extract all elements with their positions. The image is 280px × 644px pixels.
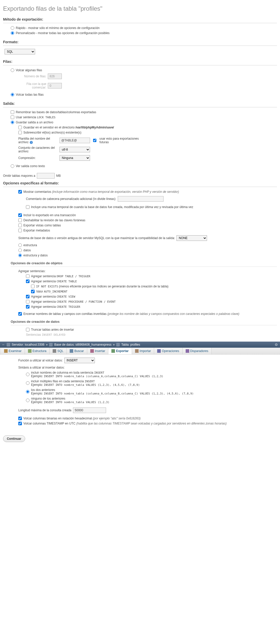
oc-ifne-checkbox[interactable] [31,285,35,288]
do-opt2-radio[interactable] [26,381,30,385]
output-header: Salida: [3,101,277,107]
oc-addstmt-label: Agregar sentencias: [18,269,46,273]
dc-truncate-checkbox[interactable] [26,328,30,331]
fo-compat-label: Sistema de base de datos o versión antig… [18,236,175,240]
output-overwrite-checkbox[interactable] [18,131,22,134]
fo-timestamp-label: Incluye una marca temporal de cuando la … [31,205,193,209]
do-tsutc-checkbox[interactable] [18,422,22,425]
do-opt4-label: ninguno de los anteriores [31,397,109,400]
do-binhex-checkbox[interactable] [18,417,22,420]
fo-views-checkbox[interactable] [18,224,22,227]
do-opt2-example: Ejemplo: INSERT INTO nombre_tabla VALUES… [31,383,140,387]
output-template-input[interactable] [60,138,90,143]
tab-export[interactable]: Exportar [108,348,132,354]
rows-all-label: Volcar todas las filas [16,93,43,96]
breadcrumb-table[interactable]: Tabla: profiles [121,343,140,346]
do-binhex-label: Volcar columnas binarias en notación hex… [23,417,141,420]
fo-comments-label: Mostrar comentarios (incluye información… [23,190,179,194]
tab-sql[interactable]: SQL [50,348,67,354]
oc-create-label: Agregar sentencia CREATE TABLE [31,280,77,283]
fo-transaction-label: Incluir lo exportado en una transacción [23,213,76,217]
rows-all-radio[interactable] [11,93,14,96]
output-lock-checkbox[interactable] [11,115,14,119]
oc-drop-checkbox[interactable] [26,274,30,278]
fo-fk-checkbox[interactable] [18,218,22,222]
fo-struct-radio[interactable] [18,243,22,247]
oc-trig-checkbox[interactable] [26,305,30,309]
rows-some-radio[interactable] [11,68,14,72]
fo-metadata-checkbox[interactable] [18,229,22,232]
method-quick-radio[interactable] [11,26,14,30]
oc-backquote-checkbox[interactable] [18,312,22,316]
breadcrumb-server[interactable]: Servidor: localhost:3306 [12,343,45,346]
fo-comments-checkbox[interactable] [18,190,22,194]
gear-icon[interactable]: ⚙ [275,343,278,347]
tab-search[interactable]: Buscar [67,348,87,354]
skip-tables-label: Omitir tablas mayores a [3,174,35,178]
oc-view-checkbox[interactable] [26,295,30,298]
import-icon [135,349,139,353]
rows-header: Filas: [3,60,277,65]
oc-autoinc-checkbox[interactable] [31,290,35,293]
do-tsutc-label: Volcar columnas TIMESTAMP en UTC (habili… [23,422,227,425]
tab-import[interactable]: Importar [132,348,154,354]
rows-num-input[interactable] [48,74,62,79]
tab-browse[interactable]: Examinar [1,348,25,354]
do-opt4-radio[interactable] [26,399,30,402]
do-opt1-radio[interactable] [26,373,30,376]
tab-structure[interactable]: Estructura [25,348,50,354]
output-charset-select[interactable]: utf-8 [60,147,90,152]
output-text-radio[interactable] [11,164,14,168]
fo-metadata-label: Exportar metadatos [23,229,50,232]
oc-create-checkbox[interactable] [26,280,30,283]
output-compression-select[interactable]: Ninguna [60,155,90,161]
fo-transaction-checkbox[interactable] [18,213,22,217]
tab-insert[interactable]: Insertar [87,348,109,354]
fo-data-radio[interactable] [18,248,22,252]
tabs: Examinar Estructura SQL Buscar Insertar … [0,348,280,355]
info-icon[interactable]: i [30,141,33,144]
oc-view-label: Agregar sentencia CREATE VIEW [31,295,75,298]
do-maxlen-input[interactable] [73,407,106,413]
breadcrumb-db[interactable]: Base de datos: id6968406_humanexpress [54,343,111,346]
insert-icon [90,349,94,353]
oc-proc-checkbox[interactable] [26,300,30,303]
method-custom-radio[interactable] [11,31,14,35]
browse-icon [4,349,8,353]
format-select[interactable]: SQL [5,49,35,54]
fo-views-label: Exportar vistas como tablas [23,224,61,227]
rows-start-input[interactable] [48,83,62,89]
skip-tables-input[interactable] [37,173,55,179]
tab-triggers[interactable]: Disparadores [183,348,212,354]
output-text-label: Ver salida como texto [16,164,45,168]
oc-ifne-label: IF NOT EXISTS (menos eficiente porque lo… [36,285,168,288]
do-opt1-label: incluir nombres de columna en toda sente… [31,371,163,374]
output-savedir-label: Guardar en el servidor en el directorio … [23,126,114,129]
output-savedir-checkbox[interactable] [18,126,22,129]
output-file-radio[interactable] [11,121,14,124]
sql-icon [53,349,56,353]
back-arrow[interactable]: ← [2,343,5,346]
output-usefuture-label: usar esto para exportaciones futuras [99,137,145,144]
fo-compat-select[interactable]: NONE [176,235,207,241]
fo-headercomment-input[interactable] [118,196,164,202]
fo-headercomment-label: Comentario de cabecera personalizado adi… [26,197,116,201]
do-func-select[interactable]: INSERT [64,358,95,363]
oc-trig-label: Agregar sentencia CREATE TRIGGER [31,305,80,309]
oc-autoinc-label: Valor AUTO_INCREMENT [36,290,67,293]
do-opt3-radio[interactable] [26,390,30,393]
output-usefuture-checkbox[interactable] [93,139,96,142]
output-overwrite-label: Sobreescribir el(los) archivo(s) existen… [23,131,81,134]
dc-truncate-label: Truncar tablas antes de insertar [31,328,74,331]
output-template-label: Plantilla del nombre del archivo: i [18,137,56,144]
fo-timestamp-checkbox[interactable] [26,205,30,209]
database-icon [49,343,53,346]
rows-some-label: Volcar algunas filas [16,68,42,72]
method-custom-label: Personalizado - mostrar todas las opcion… [16,31,110,35]
triggers-icon [186,349,189,353]
continue-button[interactable]: Continuar [3,435,25,442]
server-icon [7,343,10,346]
tab-operations[interactable]: Operaciones [154,348,182,354]
fo-both-radio[interactable] [18,254,22,257]
output-rename-checkbox[interactable] [11,110,14,114]
